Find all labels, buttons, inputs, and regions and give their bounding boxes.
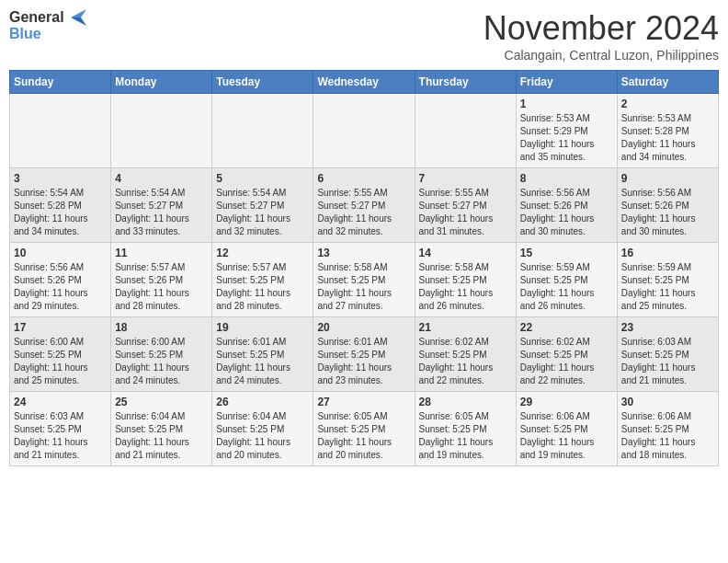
month-title: November 2024 (483, 9, 719, 48)
calendar-week-row: 1Sunrise: 5:53 AM Sunset: 5:29 PM Daylig… (10, 94, 719, 168)
day-number: 6 (317, 172, 410, 185)
calendar-table: SundayMondayTuesdayWednesdayThursdayFrid… (9, 70, 719, 466)
calendar-cell: 30Sunrise: 6:06 AM Sunset: 5:25 PM Dayli… (617, 392, 718, 466)
weekday-row: SundayMondayTuesdayWednesdayThursdayFrid… (10, 71, 719, 94)
day-number: 21 (419, 321, 512, 334)
logo: General Blue (9, 9, 86, 42)
calendar-cell: 16Sunrise: 5:59 AM Sunset: 5:25 PM Dayli… (617, 243, 718, 317)
day-info: Sunrise: 5:54 AM Sunset: 5:27 PM Dayligh… (115, 187, 208, 238)
day-number: 9 (621, 172, 714, 185)
day-info: Sunrise: 5:58 AM Sunset: 5:25 PM Dayligh… (419, 261, 512, 313)
day-number: 12 (216, 247, 309, 259)
day-info: Sunrise: 5:55 AM Sunset: 5:27 PM Dayligh… (419, 187, 512, 238)
logo-blue: Blue (9, 26, 86, 42)
weekday-header: Tuesday (212, 71, 313, 94)
day-number: 1 (520, 98, 613, 110)
day-number: 2 (621, 98, 714, 110)
day-number: 25 (115, 396, 208, 408)
calendar-cell (111, 94, 212, 168)
svg-marker-1 (71, 17, 86, 26)
day-number: 19 (216, 321, 309, 334)
weekday-header: Monday (111, 71, 212, 94)
calendar-cell: 23Sunrise: 6:03 AM Sunset: 5:25 PM Dayli… (617, 317, 718, 392)
logo-general: General (9, 9, 64, 26)
logo-bird-icon (66, 9, 86, 26)
day-number: 14 (419, 247, 512, 259)
calendar-cell (10, 94, 111, 168)
calendar-cell: 25Sunrise: 6:04 AM Sunset: 5:25 PM Dayli… (111, 392, 212, 466)
day-info: Sunrise: 5:53 AM Sunset: 5:29 PM Dayligh… (520, 112, 613, 164)
day-info: Sunrise: 5:54 AM Sunset: 5:27 PM Dayligh… (216, 187, 309, 238)
day-info: Sunrise: 5:54 AM Sunset: 5:28 PM Dayligh… (14, 187, 107, 238)
calendar-cell: 13Sunrise: 5:58 AM Sunset: 5:25 PM Dayli… (313, 243, 415, 317)
weekday-header: Sunday (10, 71, 111, 94)
day-info: Sunrise: 5:59 AM Sunset: 5:25 PM Dayligh… (621, 261, 714, 313)
day-number: 16 (621, 247, 714, 259)
day-info: Sunrise: 6:06 AM Sunset: 5:25 PM Dayligh… (520, 410, 613, 462)
day-number: 28 (419, 396, 512, 408)
day-number: 23 (621, 321, 714, 334)
calendar-cell: 24Sunrise: 6:03 AM Sunset: 5:25 PM Dayli… (10, 392, 111, 466)
calendar-week-row: 24Sunrise: 6:03 AM Sunset: 5:25 PM Dayli… (10, 392, 719, 466)
calendar-cell: 14Sunrise: 5:58 AM Sunset: 5:25 PM Dayli… (415, 243, 516, 317)
day-number: 29 (520, 396, 613, 408)
day-number: 7 (419, 172, 512, 185)
day-number: 22 (520, 321, 613, 334)
calendar-cell (212, 94, 313, 168)
day-info: Sunrise: 6:06 AM Sunset: 5:25 PM Dayligh… (621, 410, 714, 462)
day-number: 27 (317, 396, 410, 408)
day-info: Sunrise: 6:05 AM Sunset: 5:25 PM Dayligh… (419, 410, 512, 462)
calendar-cell: 12Sunrise: 5:57 AM Sunset: 5:25 PM Dayli… (212, 243, 313, 317)
calendar-cell: 19Sunrise: 6:01 AM Sunset: 5:25 PM Dayli… (212, 317, 313, 392)
day-info: Sunrise: 5:58 AM Sunset: 5:25 PM Dayligh… (317, 261, 410, 313)
day-number: 15 (520, 247, 613, 259)
day-info: Sunrise: 6:00 AM Sunset: 5:25 PM Dayligh… (14, 336, 107, 387)
day-number: 8 (520, 172, 613, 185)
day-info: Sunrise: 5:56 AM Sunset: 5:26 PM Dayligh… (520, 187, 613, 238)
day-info: Sunrise: 5:55 AM Sunset: 5:27 PM Dayligh… (317, 187, 410, 238)
day-info: Sunrise: 5:56 AM Sunset: 5:26 PM Dayligh… (621, 187, 714, 238)
day-info: Sunrise: 5:56 AM Sunset: 5:26 PM Dayligh… (14, 261, 107, 313)
day-number: 3 (14, 172, 107, 185)
day-info: Sunrise: 6:05 AM Sunset: 5:25 PM Dayligh… (317, 410, 410, 462)
day-info: Sunrise: 6:01 AM Sunset: 5:25 PM Dayligh… (216, 336, 309, 387)
day-number: 20 (317, 321, 410, 334)
calendar-cell: 7Sunrise: 5:55 AM Sunset: 5:27 PM Daylig… (415, 168, 516, 243)
calendar-week-row: 17Sunrise: 6:00 AM Sunset: 5:25 PM Dayli… (10, 317, 719, 392)
day-info: Sunrise: 6:02 AM Sunset: 5:25 PM Dayligh… (520, 336, 613, 387)
logo-text: General Blue (9, 9, 86, 42)
calendar-cell: 27Sunrise: 6:05 AM Sunset: 5:25 PM Dayli… (313, 392, 415, 466)
calendar-cell: 17Sunrise: 6:00 AM Sunset: 5:25 PM Dayli… (10, 317, 111, 392)
calendar-cell: 20Sunrise: 6:01 AM Sunset: 5:25 PM Dayli… (313, 317, 415, 392)
day-number: 4 (115, 172, 208, 185)
day-number: 26 (216, 396, 309, 408)
day-info: Sunrise: 5:57 AM Sunset: 5:26 PM Dayligh… (115, 261, 208, 313)
calendar-cell: 15Sunrise: 5:59 AM Sunset: 5:25 PM Dayli… (516, 243, 617, 317)
calendar-cell: 10Sunrise: 5:56 AM Sunset: 5:26 PM Dayli… (10, 243, 111, 317)
day-info: Sunrise: 5:53 AM Sunset: 5:28 PM Dayligh… (621, 112, 714, 164)
calendar-cell: 11Sunrise: 5:57 AM Sunset: 5:26 PM Dayli… (111, 243, 212, 317)
day-number: 11 (115, 247, 208, 259)
day-number: 10 (14, 247, 107, 259)
day-info: Sunrise: 5:59 AM Sunset: 5:25 PM Dayligh… (520, 261, 613, 313)
calendar-cell: 18Sunrise: 6:00 AM Sunset: 5:25 PM Dayli… (111, 317, 212, 392)
day-number: 18 (115, 321, 208, 334)
calendar-week-row: 10Sunrise: 5:56 AM Sunset: 5:26 PM Dayli… (10, 243, 719, 317)
weekday-header: Thursday (415, 71, 516, 94)
calendar-cell: 29Sunrise: 6:06 AM Sunset: 5:25 PM Dayli… (516, 392, 617, 466)
calendar-cell: 8Sunrise: 5:56 AM Sunset: 5:26 PM Daylig… (516, 168, 617, 243)
day-info: Sunrise: 6:04 AM Sunset: 5:25 PM Dayligh… (115, 410, 208, 462)
calendar-cell: 1Sunrise: 5:53 AM Sunset: 5:29 PM Daylig… (516, 94, 617, 168)
day-info: Sunrise: 6:00 AM Sunset: 5:25 PM Dayligh… (115, 336, 208, 387)
calendar-cell: 6Sunrise: 5:55 AM Sunset: 5:27 PM Daylig… (313, 168, 415, 243)
day-info: Sunrise: 6:04 AM Sunset: 5:25 PM Dayligh… (216, 410, 309, 462)
day-number: 24 (14, 396, 107, 408)
day-info: Sunrise: 6:03 AM Sunset: 5:25 PM Dayligh… (14, 410, 107, 462)
calendar-cell: 28Sunrise: 6:05 AM Sunset: 5:25 PM Dayli… (415, 392, 516, 466)
calendar-cell: 3Sunrise: 5:54 AM Sunset: 5:28 PM Daylig… (10, 168, 111, 243)
calendar-cell (415, 94, 516, 168)
day-number: 5 (216, 172, 309, 185)
calendar-cell: 2Sunrise: 5:53 AM Sunset: 5:28 PM Daylig… (617, 94, 718, 168)
calendar-body: 1Sunrise: 5:53 AM Sunset: 5:29 PM Daylig… (10, 94, 719, 466)
day-number: 17 (14, 321, 107, 334)
